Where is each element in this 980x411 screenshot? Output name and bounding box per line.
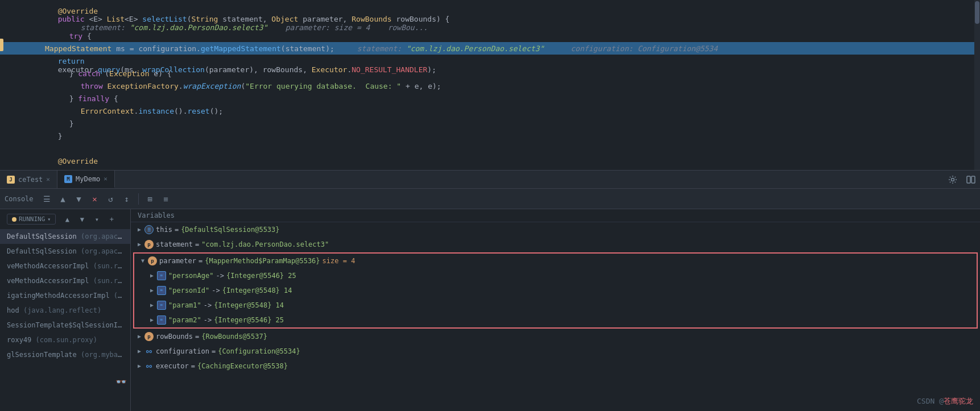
- toolbar-separator: [138, 193, 139, 205]
- frame-item-8[interactable]: glSessionTemplate (org.mybat...: [0, 347, 130, 362]
- tab-gear-button[interactable]: [944, 171, 962, 189]
- var-item-this[interactable]: ▶ ≡ this = {DefaultSqlSession@5533}: [131, 222, 980, 237]
- parameter-highlight-box: ▼ p parameter = {MapperMethod$ParamMap@5…: [133, 252, 978, 329]
- expand-personid[interactable]: ▶: [148, 287, 156, 294]
- frame-item-7[interactable]: roxy49 (com.sun.proxy): [0, 333, 130, 347]
- tab-split-button[interactable]: [962, 171, 980, 189]
- icon-executor: oo: [144, 362, 154, 371]
- var-item-param1[interactable]: ▶ ≡ "param1" -> {Integer@5548} 14: [134, 298, 977, 313]
- tab-cetest[interactable]: J ceTest ✕: [0, 171, 57, 188]
- frame-item-4[interactable]: igatingMethodAccessorImpl (su...: [0, 288, 130, 303]
- expand-this[interactable]: ▶: [135, 226, 143, 234]
- code-content: @Override public <E> List<E> selectList(…: [0, 0, 980, 171]
- frame-item-1[interactable]: DefaultSqlSession (org.apache.ib...: [0, 244, 130, 259]
- icon-param1: ≡: [157, 301, 166, 310]
- code-scrollbar[interactable]: [974, 0, 980, 170]
- tab-close-cetest[interactable]: ✕: [46, 176, 50, 183]
- debugger-tabs: J ceTest ✕ M MyDemo ✕: [0, 171, 980, 189]
- running-label: RUNNING: [19, 215, 45, 223]
- tab-spacer: [115, 171, 944, 188]
- running-badge-area: RUNNING ▾ ▲ ▼ ▾ +: [0, 209, 130, 229]
- icon-rowbounds: p: [144, 332, 154, 341]
- variables-panel: Variables ▶ ≡ this = {DefaultSqlSession@…: [131, 209, 980, 411]
- code-scrollbar-thumb[interactable]: [975, 1, 979, 24]
- expand-param1[interactable]: ▶: [148, 301, 156, 309]
- expand-param2[interactable]: ▶: [148, 316, 156, 324]
- expand-statement[interactable]: ▶: [135, 240, 143, 248]
- frame-add-btn[interactable]: +: [105, 213, 118, 226]
- code-line-10: }: [0, 130, 980, 142]
- icon-statement: p: [144, 240, 154, 249]
- running-indicator: [12, 217, 16, 222]
- toolbar-table-btn[interactable]: ⊞: [143, 192, 157, 206]
- var-item-personid[interactable]: ▶ ≡ "personId" -> {Integer@5548} 14: [134, 283, 977, 298]
- expand-parameter[interactable]: ▼: [139, 257, 147, 265]
- toolbar-close-btn[interactable]: ✕: [88, 192, 102, 206]
- svg-rect-2: [971, 176, 975, 183]
- glasses-btn[interactable]: 👓: [114, 375, 128, 388]
- toolbar-up-btn[interactable]: ▲: [56, 192, 70, 206]
- tab-icon-cetest: J: [7, 176, 15, 184]
- var-item-statement[interactable]: ▶ p statement = "com.lzj.dao.PersonDao.s…: [131, 237, 980, 252]
- variables-header: Variables: [131, 209, 980, 222]
- svg-point-0: [952, 178, 954, 181]
- icon-configuration: oo: [144, 347, 154, 356]
- icon-this: ≡: [144, 225, 154, 234]
- watermark: CSDN @苍鹰驼龙: [917, 396, 973, 406]
- breakpoint-indicator: [0, 39, 3, 51]
- var-item-parameter[interactable]: ▼ p parameter = {MapperMethod$ParamMap@5…: [134, 254, 977, 268]
- frame-item-2[interactable]: veMethodAccessorImpl (sun.re...: [0, 259, 130, 273]
- frame-nav-buttons: ▲ ▼ ▾ +: [60, 213, 118, 226]
- frame-up-btn[interactable]: ▲: [60, 213, 74, 226]
- frame-item-3[interactable]: veMethodAccessorImpl (sun.ret...: [0, 273, 130, 288]
- toolbar-step-btn[interactable]: ↕: [120, 192, 134, 206]
- var-item-executor[interactable]: ▶ oo executor = {CachingExecutor@5538}: [131, 359, 980, 373]
- expand-configuration[interactable]: ▶: [135, 347, 143, 355]
- expand-personage[interactable]: ▶: [148, 272, 156, 280]
- code-line-override2: @Override: [0, 155, 980, 167]
- svg-rect-1: [967, 176, 970, 183]
- toolbar-menu-btn[interactable]: ☰: [40, 192, 54, 206]
- frame-item-0[interactable]: DefaultSqlSession (org.apache.ib...: [0, 229, 130, 244]
- debugger-main: RUNNING ▾ ▲ ▼ ▾ + DefaultSqlSession (org…: [0, 209, 980, 411]
- code-area: @Override public <E> List<E> selectList(…: [0, 0, 980, 171]
- tab-label-cetest: ceTest: [18, 176, 43, 184]
- variables-label: Variables: [138, 211, 175, 219]
- icon-personage: ≡: [157, 271, 166, 280]
- tab-mydemo[interactable]: M MyDemo ✕: [57, 171, 115, 188]
- var-item-rowbounds[interactable]: ▶ p rowBounds = {RowBounds@5537}: [131, 329, 980, 344]
- toolbar-restart-btn[interactable]: ↺: [104, 192, 118, 206]
- frame-item-5[interactable]: hod (java.lang.reflect): [0, 303, 130, 318]
- debugger-toolbar: Console ☰ ▲ ▼ ✕ ↺ ↕ ⊞ ≡: [0, 189, 980, 209]
- frames-panel: RUNNING ▾ ▲ ▼ ▾ + DefaultSqlSession (org…: [0, 209, 131, 411]
- var-item-personage[interactable]: ▶ ≡ "personAge" -> {Integer@5546} 25: [134, 268, 977, 283]
- tab-close-mydemo[interactable]: ✕: [104, 175, 107, 182]
- tab-icon-mydemo: M: [64, 175, 72, 183]
- frame-down-btn[interactable]: ▼: [75, 213, 89, 226]
- toolbar-down-btn[interactable]: ▼: [72, 192, 86, 206]
- icon-param2: ≡: [157, 315, 166, 325]
- frame-item-6[interactable]: SessionTemplate$SqlSessionInt...: [0, 318, 130, 333]
- frame-filter-btn[interactable]: ▾: [90, 213, 104, 226]
- var-item-configuration[interactable]: ▶ oo configuration = {Configuration@5534…: [131, 344, 980, 359]
- running-badge: RUNNING ▾: [7, 214, 56, 225]
- icon-parameter: p: [148, 256, 157, 265]
- expand-executor[interactable]: ▶: [135, 362, 143, 370]
- console-label: Console: [5, 195, 34, 203]
- toolbar-list-btn[interactable]: ≡: [159, 192, 173, 206]
- tab-label-mydemo: MyDemo: [76, 175, 100, 183]
- var-item-param2[interactable]: ▶ ≡ "param2" -> {Integer@5546} 25: [134, 313, 977, 327]
- expand-rowbounds[interactable]: ▶: [135, 333, 143, 341]
- icon-personid: ≡: [157, 286, 166, 295]
